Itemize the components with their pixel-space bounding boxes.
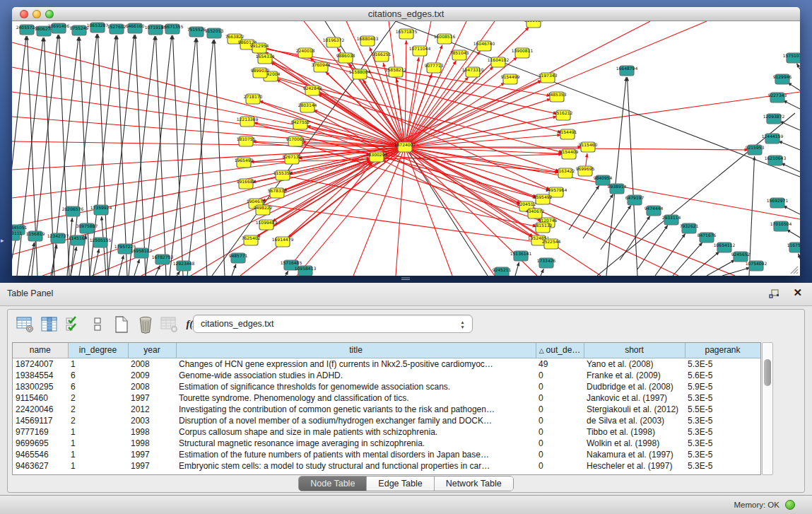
table-cell[interactable]: 18724007 [13, 358, 68, 370]
table-cell[interactable]: 0 [536, 370, 584, 381]
table-cell[interactable]: Tourette syndrome. Phenomenology and cla… [176, 392, 536, 404]
tab-edge-table[interactable]: Edge Table [367, 477, 434, 491]
table-row[interactable]: 1872400712008Changes of HCN gene express… [13, 358, 760, 370]
table-cell[interactable]: 2 [68, 404, 128, 415]
table-cell[interactable]: 5.3E-5 [685, 392, 760, 404]
table-cell[interactable]: 2 [68, 392, 128, 404]
table-cell[interactable]: 22420046 [13, 404, 68, 415]
minimize-window-icon[interactable] [33, 10, 41, 18]
column-header-pagerank[interactable]: pagerank [685, 343, 760, 358]
node-table[interactable]: namein_degreeyeartitle△out_de…shortpager… [13, 343, 761, 472]
table-cell[interactable]: Estimation of significance thresholds fo… [176, 381, 536, 392]
window-resize-grip[interactable] [789, 264, 799, 274]
column-header-year[interactable]: year [128, 343, 176, 358]
table-row[interactable]: 969969511998Structural magnetic resonanc… [13, 438, 760, 449]
column-header-name[interactable]: name [13, 343, 68, 358]
close-panel-icon[interactable]: ✕ [793, 286, 802, 299]
table-cell[interactable]: 9777169 [13, 426, 68, 438]
table-cell[interactable]: 5.3E-5 [685, 449, 760, 460]
new-file-icon[interactable] [110, 315, 134, 334]
panel-divider-grip[interactable] [401, 277, 411, 281]
table-cell[interactable]: 0 [536, 404, 584, 415]
table-cell[interactable]: Franke et al. (2009) [584, 370, 685, 381]
table-cell[interactable]: 5.6E-5 [685, 370, 760, 381]
table-cell[interactable]: 2012 [128, 404, 176, 415]
table-cell[interactable]: 49 [536, 358, 584, 370]
table-settings-icon[interactable] [13, 315, 37, 334]
table-cell[interactable]: Dudbridge et al. (2008) [584, 381, 685, 392]
table-cell[interactable]: 0 [536, 426, 584, 438]
table-cell[interactable]: Hescheler et al. (1997) [584, 460, 685, 472]
network-view[interactable]: 1872400718300295240557249806274206914068… [12, 21, 800, 276]
table-row[interactable]: 946554611997Estimation of the future num… [13, 449, 760, 460]
table-cell[interactable]: 0 [536, 381, 584, 392]
table-cell[interactable]: 1 [68, 438, 128, 449]
table-cell[interactable]: 0 [536, 415, 584, 426]
table-cell[interactable]: Nakamura et al. (1997) [584, 449, 685, 460]
table-cell[interactable]: 5.5E-5 [685, 404, 760, 415]
trash-icon[interactable] [134, 315, 158, 334]
table-scrollbar-thumb[interactable] [764, 359, 771, 386]
table-cell[interactable]: 1 [68, 358, 128, 370]
table-scrollbar[interactable] [762, 342, 773, 475]
table-cell[interactable]: 5.3E-5 [685, 426, 760, 438]
table-cell[interactable]: 1 [68, 426, 128, 438]
table-cell[interactable]: 6 [68, 370, 128, 381]
table-cell[interactable]: 5.3E-5 [685, 438, 760, 449]
table-cell[interactable]: Yano et al. (2008) [584, 358, 685, 370]
table-cell[interactable]: 2008 [128, 358, 176, 370]
table-cell[interactable]: 1997 [128, 392, 176, 404]
float-panel-icon[interactable] [768, 288, 781, 300]
table-cell[interactable]: Embryonic stem cells: a model to study s… [176, 460, 536, 472]
table-cell[interactable]: 5.3E-5 [685, 460, 760, 472]
table-cell[interactable]: 6 [68, 381, 128, 392]
table-cell[interactable]: de Silva et al. (2003) [584, 415, 685, 426]
table-selector-dropdown[interactable]: citations_edges.txt ▲▼ [193, 315, 473, 333]
table-cell[interactable]: Disruption of a novel member of a sodium… [176, 415, 536, 426]
table-cell[interactable]: 0 [536, 392, 584, 404]
table-row[interactable]: 946362711997Embryonic stem cells: a mode… [13, 460, 760, 472]
table-cell[interactable]: 5.3E-5 [685, 358, 760, 370]
table-cell[interactable]: 1 [68, 449, 128, 460]
table-cell[interactable]: 5.9E-5 [685, 381, 760, 392]
table-row[interactable]: 2242004622012Investigating the contribut… [13, 404, 760, 415]
table-cell[interactable]: 2009 [128, 370, 176, 381]
table-cell[interactable]: Wolkin et al. (1998) [584, 438, 685, 449]
table-cell[interactable]: 18300295 [13, 381, 68, 392]
table-cell[interactable]: 2008 [128, 381, 176, 392]
select-columns-icon[interactable] [37, 315, 61, 334]
table-cell[interactable]: 2003 [128, 415, 176, 426]
table-cell[interactable]: 0 [536, 438, 584, 449]
table-cell[interactable]: 9463627 [13, 460, 68, 472]
table-cell[interactable]: 0 [536, 460, 584, 472]
table-cell[interactable]: Structural magnetic resonance image aver… [176, 438, 536, 449]
table-cell[interactable]: Estimation of the future numbers of pati… [176, 449, 536, 460]
table-row[interactable]: 911546021997Tourette syndrome. Phenomeno… [13, 392, 760, 404]
column-header-out_de[interactable]: △out_de… [536, 343, 584, 358]
table-cell[interactable]: 2 [68, 415, 128, 426]
table-cell[interactable]: Genome-wide association studies in ADHD. [176, 370, 536, 381]
tab-network-table[interactable]: Network Table [435, 477, 513, 491]
table-cell[interactable]: 1997 [128, 449, 176, 460]
table-cell[interactable]: 14569117 [13, 415, 68, 426]
table-cell[interactable]: 9699695 [13, 438, 68, 449]
table-cell[interactable]: 5.3E-5 [685, 415, 760, 426]
memory-status-indicator-icon[interactable] [785, 500, 795, 510]
table-cell[interactable]: Changes of HCN gene expression and I(f) … [176, 358, 536, 370]
column-header-title[interactable]: title [176, 343, 536, 358]
column-header-in_degree[interactable]: in_degree [68, 343, 128, 358]
zoom-window-icon[interactable] [45, 10, 54, 18]
panel-edge-grip[interactable]: ▸ [1, 236, 6, 245]
table-cell[interactable]: 0 [536, 449, 584, 460]
table-row[interactable]: 1830029562008Estimation of significance … [13, 381, 760, 392]
table-cell[interactable]: 1998 [128, 426, 176, 438]
select-all-check-icon[interactable] [61, 315, 86, 334]
table-cell[interactable]: Stergiakouli et al. (2012) [584, 404, 685, 415]
table-cell[interactable]: 1 [68, 460, 128, 472]
table-row[interactable]: 1938455462009Genome-wide association stu… [13, 370, 760, 381]
tab-node-table[interactable]: Node Table [299, 477, 367, 491]
table-cell[interactable]: 9115460 [13, 392, 68, 404]
network-window-titlebar[interactable]: citations_edges.txt [12, 7, 800, 21]
table-cell[interactable]: Jankovic et al. (1997) [584, 392, 685, 404]
table-cell[interactable]: 9465546 [13, 449, 68, 460]
